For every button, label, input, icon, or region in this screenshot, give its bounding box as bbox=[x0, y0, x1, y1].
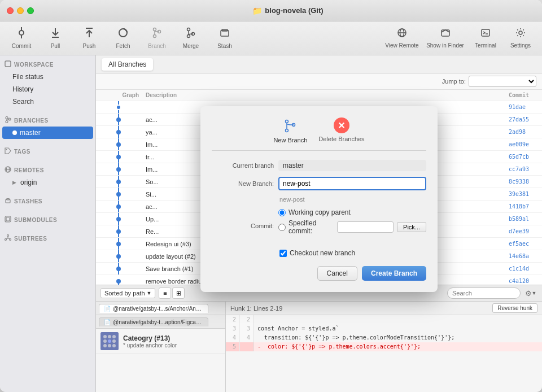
graph-cell bbox=[96, 201, 141, 212]
gear-icon: ⚙ bbox=[525, 289, 532, 298]
specified-commit-row: Pick... bbox=[337, 221, 426, 233]
new-branch-tab-label: New Branch bbox=[273, 137, 307, 143]
subtrees-section: SUBTREES bbox=[0, 229, 95, 248]
diff-line-num-left: 3 bbox=[226, 324, 240, 333]
graph-cell bbox=[96, 114, 141, 125]
view-remote-button[interactable]: View Remote bbox=[382, 24, 422, 53]
toolbar: Commit Pull Push Fetch Branch bbox=[0, 21, 542, 55]
close-button[interactable] bbox=[7, 7, 14, 14]
terminal-icon bbox=[480, 28, 491, 41]
specified-commit-radio-input[interactable] bbox=[278, 224, 286, 231]
stash-icon bbox=[219, 27, 230, 41]
chevron-icon: ▶ bbox=[12, 180, 16, 185]
file-tab-0[interactable]: 📄 @narative/gatsby-t...s/Anchor/Anchor.t… bbox=[99, 304, 208, 313]
jump-to-select[interactable] bbox=[469, 76, 536, 87]
submodules-section: SUBMODULES bbox=[0, 211, 95, 229]
finder-icon bbox=[440, 28, 451, 41]
diff-lines: 2 2 3 3 const Anchor = styled.a` bbox=[226, 315, 542, 392]
settings-icon bbox=[515, 28, 526, 41]
diff-line-4: 5 - color: ${'{'}p => p.theme.colors.acc… bbox=[226, 342, 542, 351]
folder-icon: 📁 bbox=[252, 6, 262, 15]
pull-button[interactable]: Pull bbox=[40, 24, 71, 53]
commit-info: Cateogry (#13) * update anchor color bbox=[123, 334, 221, 349]
push-button[interactable]: Push bbox=[73, 24, 105, 53]
commit-button[interactable]: Commit bbox=[6, 24, 37, 53]
svg-point-51 bbox=[103, 344, 107, 347]
subtrees-icon bbox=[5, 234, 11, 243]
working-copy-radio-input[interactable] bbox=[278, 209, 286, 216]
svg-point-12 bbox=[187, 28, 190, 31]
terminal-label: Terminal bbox=[475, 42, 496, 49]
submodules-icon bbox=[5, 216, 11, 224]
new-branch-tab[interactable]: New Branch bbox=[273, 117, 307, 143]
graph-cell bbox=[96, 225, 141, 237]
delete-branches-tab[interactable]: ✕ Delete Branches bbox=[318, 117, 364, 143]
graph-cell bbox=[96, 101, 141, 113]
svg-point-8 bbox=[154, 28, 156, 31]
submodules-header: SUBMODULES bbox=[0, 214, 95, 226]
svg-point-13 bbox=[187, 35, 190, 38]
sort-selector[interactable]: Sorted by path ▼ bbox=[100, 288, 155, 298]
graph-cell bbox=[96, 163, 141, 175]
sidebar-item-search[interactable]: Search bbox=[0, 95, 95, 108]
sidebar-item-origin[interactable]: ▶ origin bbox=[0, 176, 95, 189]
diff-line-code: const Anchor = styled.a` bbox=[254, 324, 339, 333]
fetch-button[interactable]: Fetch bbox=[107, 24, 139, 53]
commit-hash-input[interactable] bbox=[337, 221, 394, 233]
list-view-button[interactable]: ≡ bbox=[159, 288, 171, 299]
terminal-button[interactable]: Terminal bbox=[469, 24, 502, 53]
branch-button[interactable]: Branch bbox=[141, 24, 173, 53]
new-branch-input[interactable] bbox=[278, 177, 426, 190]
branches-header: BRANCHES bbox=[0, 115, 95, 127]
maximize-button[interactable] bbox=[27, 7, 34, 14]
diff-line-num-left: 4 bbox=[226, 333, 240, 342]
tags-section: TAGS bbox=[0, 142, 95, 161]
checkout-checkbox[interactable] bbox=[279, 250, 287, 257]
diff-line-num-right: 4 bbox=[240, 333, 254, 342]
svg-point-27 bbox=[6, 121, 8, 123]
merge-button[interactable]: Merge bbox=[175, 24, 207, 53]
branches-icon bbox=[5, 116, 11, 125]
commit-hash: c4a120 bbox=[505, 278, 542, 284]
fetch-label: Fetch bbox=[116, 43, 130, 49]
commit-field-label: Commit: bbox=[212, 223, 274, 229]
stash-button[interactable]: Stash bbox=[209, 24, 241, 53]
create-branch-button[interactable]: Create Branch bbox=[362, 266, 426, 281]
sidebar-item-master[interactable]: master bbox=[2, 127, 93, 139]
pick-button[interactable]: Pick... bbox=[397, 222, 426, 232]
commit-icon bbox=[16, 27, 27, 41]
working-copy-radio[interactable]: Working copy parent bbox=[278, 208, 426, 216]
specified-commit-radio[interactable]: Specified commit: Pick... bbox=[278, 219, 426, 235]
svg-point-53 bbox=[112, 344, 116, 347]
subtrees-header: SUBTREES bbox=[0, 233, 95, 245]
svg-point-50 bbox=[112, 339, 116, 343]
current-branch-value: master bbox=[278, 160, 426, 171]
current-branch-label: Current branch bbox=[212, 162, 274, 169]
gear-button[interactable]: ⚙ ▼ bbox=[524, 288, 537, 299]
minimize-button[interactable] bbox=[17, 7, 24, 14]
cancel-button[interactable]: Cancel bbox=[317, 266, 357, 281]
commit-hash: ef5aec bbox=[505, 241, 542, 247]
svg-point-9 bbox=[154, 35, 156, 38]
commit-hash: 8c9338 bbox=[505, 178, 542, 185]
grid-view-button[interactable]: ⊞ bbox=[172, 288, 185, 299]
commit-avatar bbox=[100, 332, 119, 350]
main-content: WORKSPACE File status History Search BR bbox=[0, 55, 542, 392]
settings-button[interactable]: Settings bbox=[505, 24, 536, 53]
file-tab-1[interactable]: 📄 @narative/gatsby-t...aption/Figcaption… bbox=[99, 317, 208, 326]
svg-point-38 bbox=[7, 235, 9, 237]
svg-point-47 bbox=[112, 335, 116, 338]
bottom-search-input[interactable] bbox=[447, 288, 521, 299]
sidebar-item-history[interactable]: History bbox=[0, 83, 95, 95]
tags-header: TAGS bbox=[0, 146, 95, 158]
commit-title: Cateogry (#13) bbox=[123, 334, 221, 342]
reverse-hunk-button[interactable]: Reverse hunk bbox=[492, 303, 537, 313]
all-branches-tab[interactable]: All Branches bbox=[102, 58, 153, 71]
svg-point-49 bbox=[108, 339, 111, 343]
show-in-finder-button[interactable]: Show in Finder bbox=[424, 24, 466, 53]
commit-hash: b589al bbox=[505, 216, 542, 222]
checkout-row[interactable]: Checkout new branch bbox=[279, 249, 426, 257]
sidebar-item-file-status[interactable]: File status bbox=[0, 71, 95, 83]
bottom-right-panel: Hunk 1: Lines 2-19 Reverse hunk 2 2 bbox=[226, 302, 542, 392]
commit-list-header: Jump to: bbox=[96, 73, 542, 90]
